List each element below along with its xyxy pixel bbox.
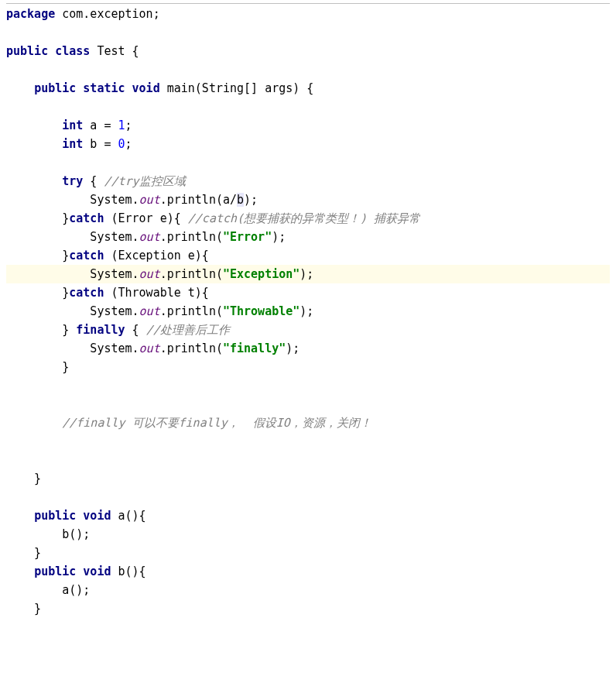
indent: } bbox=[6, 249, 69, 263]
keyword-int: int bbox=[62, 118, 83, 132]
code-line: try { //try监控区域 bbox=[6, 172, 610, 190]
keyword-try: try bbox=[62, 174, 83, 188]
code-line-current: System.out.println("Exception"); bbox=[6, 265, 610, 283]
indent: } bbox=[6, 211, 69, 225]
code-line: } finally { //处理善后工作 bbox=[6, 321, 610, 339]
code-text: .println( bbox=[160, 341, 223, 355]
close-brace: } bbox=[6, 546, 41, 560]
code-line: System.out.println("Error"); bbox=[6, 228, 610, 246]
static-field-out: out bbox=[139, 193, 160, 207]
code-line: public void b(){ bbox=[6, 562, 610, 581]
code-line: System.out.println(a/b); bbox=[6, 190, 610, 209]
code-line: }catch (Throwable t){ bbox=[6, 283, 610, 302]
method-signature: a(){ bbox=[111, 509, 145, 523]
keyword-public: public bbox=[34, 509, 76, 523]
code-text: System. bbox=[6, 341, 139, 355]
comment: //try监控区域 bbox=[104, 174, 185, 188]
code-line-empty bbox=[6, 153, 610, 172]
brace: { bbox=[83, 174, 104, 188]
code-line: b(); bbox=[6, 525, 610, 544]
code-line: } bbox=[6, 358, 610, 376]
keyword-public: public bbox=[6, 44, 48, 58]
semicolon: ; bbox=[125, 118, 132, 132]
keyword-catch: catch bbox=[69, 211, 104, 225]
indent bbox=[6, 564, 34, 578]
code-line-empty bbox=[6, 395, 610, 413]
class-declaration: Test { bbox=[90, 44, 139, 58]
code-text: ); bbox=[272, 230, 286, 244]
indent: } bbox=[6, 323, 76, 337]
code-line: public static void main(String[] args) { bbox=[6, 79, 610, 98]
code-line: } bbox=[6, 544, 610, 562]
keyword-public: public bbox=[34, 81, 76, 95]
code-text: ); bbox=[299, 267, 313, 281]
code-line-empty bbox=[6, 376, 610, 395]
code-line: System.out.println("Throwable"); bbox=[6, 302, 610, 321]
method-call: a(); bbox=[6, 583, 90, 597]
code-line: int a = 1; bbox=[6, 116, 610, 135]
code-line-empty bbox=[6, 488, 610, 506]
comment: //处理善后工作 bbox=[146, 323, 230, 337]
indent bbox=[6, 81, 34, 95]
code-text: System. bbox=[6, 193, 139, 207]
static-field-out: out bbox=[139, 304, 160, 318]
static-field-out: out bbox=[139, 341, 160, 355]
keyword-void: void bbox=[76, 564, 111, 578]
code-line: a(); bbox=[6, 581, 610, 599]
code-text: System. bbox=[6, 267, 139, 281]
code-line: System.out.println("finally"); bbox=[6, 339, 610, 358]
keyword-public: public bbox=[34, 564, 76, 578]
catch-params: (Throwable t){ bbox=[104, 286, 208, 300]
code-line-empty bbox=[6, 655, 610, 674]
keyword-package: package bbox=[6, 7, 55, 21]
code-line-empty bbox=[6, 637, 610, 655]
string-literal: "Error" bbox=[223, 230, 272, 244]
code-line: package com.exception; bbox=[6, 5, 610, 23]
var-text: b = bbox=[83, 137, 118, 151]
code-text: .println( bbox=[160, 304, 223, 318]
code-editor[interactable]: package com.exception; public class Test… bbox=[6, 5, 610, 676]
static-field-out: out bbox=[139, 267, 160, 281]
number-literal: 0 bbox=[118, 137, 125, 151]
code-line: } bbox=[6, 469, 610, 488]
indent bbox=[6, 118, 62, 132]
semicolon: ; bbox=[125, 137, 132, 151]
keyword-class: class bbox=[48, 44, 90, 58]
keyword-catch: catch bbox=[69, 249, 104, 263]
code-line-empty bbox=[6, 23, 610, 42]
keyword-void: void bbox=[76, 509, 111, 523]
code-line: //finally 可以不要finally， 假设IO，资源，关闭！ bbox=[6, 413, 610, 432]
method-call: b(); bbox=[6, 527, 90, 541]
method-signature: main(String[] args) { bbox=[160, 81, 314, 95]
indent bbox=[6, 509, 34, 523]
code-line-empty bbox=[6, 98, 610, 116]
keyword-finally: finally bbox=[76, 323, 125, 337]
comment: //catch(想要捕获的异常类型！) 捕获异常 bbox=[188, 211, 420, 225]
close-brace: } bbox=[6, 360, 69, 374]
keyword-catch: catch bbox=[69, 286, 104, 300]
keyword-void: void bbox=[125, 81, 160, 95]
brace: { bbox=[125, 323, 146, 337]
indent: } bbox=[6, 286, 69, 300]
catch-params: (Error e){ bbox=[104, 211, 187, 225]
code-line-empty bbox=[6, 451, 610, 469]
code-line: public class Test { bbox=[6, 42, 610, 60]
code-text: System. bbox=[6, 304, 139, 318]
code-line: } bbox=[6, 599, 610, 618]
indent bbox=[6, 416, 62, 430]
string-literal: "Exception" bbox=[223, 267, 299, 281]
code-text: .println(a/ bbox=[160, 193, 237, 207]
keyword-int: int bbox=[62, 137, 83, 151]
code-line: }catch (Exception e){ bbox=[6, 246, 610, 265]
string-literal: "finally" bbox=[223, 341, 286, 355]
code-text: .println( bbox=[160, 267, 223, 281]
static-field-out: out bbox=[139, 230, 160, 244]
code-text: ); bbox=[299, 304, 313, 318]
indent bbox=[6, 174, 62, 188]
number-literal: 1 bbox=[118, 118, 125, 132]
code-text: System. bbox=[6, 230, 139, 244]
code-line: }catch (Error e){ //catch(想要捕获的异常类型！) 捕获… bbox=[6, 209, 610, 228]
string-literal: "Throwable" bbox=[223, 304, 299, 318]
code-line-empty bbox=[6, 432, 610, 451]
close-brace: } bbox=[6, 602, 41, 616]
